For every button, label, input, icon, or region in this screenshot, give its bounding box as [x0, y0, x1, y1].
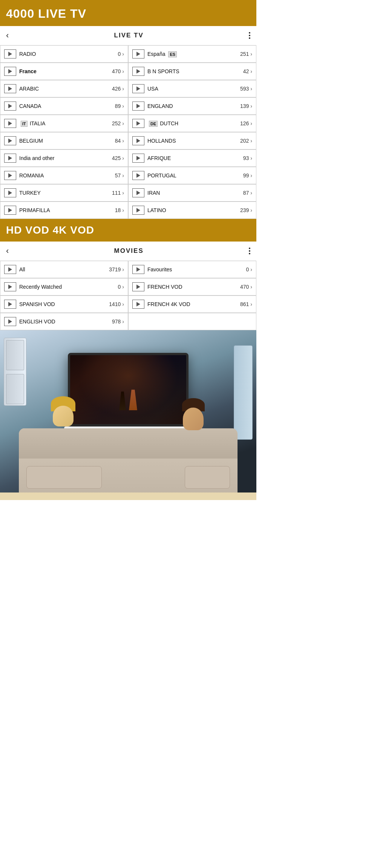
vod-count-label: 470 [240, 284, 249, 290]
channel-count-label: 42 [243, 68, 249, 74]
live-tv-channel-row[interactable]: ROMANIA57› [0, 167, 128, 184]
live-tv-channel-row[interactable]: B N SPORTS42› [128, 63, 256, 80]
channel-name-label: DE DUTCH [147, 120, 240, 126]
vod-nav-title: MOVIES [114, 247, 144, 255]
live-tv-channel-row[interactable]: ENGLAND139› [128, 97, 256, 115]
sofa-back [19, 428, 238, 459]
vod-category-name-label: All [19, 266, 109, 272]
app-title: 4000 LIVE TV [6, 7, 86, 20]
vod-category-name-label: ENGLISH VOD [19, 319, 112, 325]
channel-play-icon [4, 67, 16, 76]
play-triangle-icon [136, 191, 140, 195]
channel-play-icon [4, 206, 16, 215]
tv-scene [0, 330, 256, 500]
vod-nav-bar: ‹ MOVIES [0, 242, 256, 261]
live-tv-channel-row[interactable]: España ES251› [128, 45, 256, 63]
live-tv-channel-row[interactable]: ARABIC426› [0, 80, 128, 97]
channel-play-icon [132, 84, 144, 93]
live-tv-channel-row[interactable]: HOLLANDS202› [128, 132, 256, 149]
vod-play-icon [132, 300, 144, 309]
play-triangle-icon [136, 104, 140, 108]
vod-category-row[interactable]: ENGLISH VOD978› [0, 313, 128, 330]
live-tv-channel-row[interactable]: IT ITALIA252› [0, 115, 128, 132]
live-tv-channel-row[interactable]: IRAN87› [128, 184, 256, 202]
vod-back-button[interactable]: ‹ [6, 246, 9, 256]
channel-count-label: 593 [240, 86, 249, 92]
channel-count-label: 84 [115, 138, 121, 144]
vod-section-header: HD VOD 4K VOD [0, 219, 256, 242]
vod-section-title: HD VOD 4K VOD [6, 224, 94, 236]
chevron-right-icon: › [122, 172, 124, 179]
vod-category-name-label: FRENCH VOD [147, 284, 240, 290]
play-triangle-icon [8, 319, 12, 324]
vod-more-dot-2 [249, 250, 250, 252]
live-tv-channel-row[interactable]: CANADA89› [0, 97, 128, 115]
channel-count-label: 239 [240, 207, 249, 213]
vod-category-row[interactable]: Favourites0› [128, 261, 256, 278]
fridge-door-bottom [6, 374, 24, 404]
live-tv-channel-row[interactable]: RADIO0› [0, 45, 128, 63]
live-tv-channel-row[interactable]: PRIMAFILLA18› [0, 202, 128, 219]
channel-play-icon [4, 136, 16, 145]
chevron-right-icon: › [122, 138, 124, 144]
chevron-right-icon: › [250, 86, 252, 92]
movie-figures [119, 389, 137, 410]
live-tv-nav-bar: ‹ LIVE TV [0, 26, 256, 45]
chevron-right-icon: › [250, 172, 252, 179]
channel-count-label: 99 [243, 172, 249, 179]
play-triangle-icon [8, 52, 12, 56]
play-triangle-icon [8, 267, 12, 272]
channel-name-label: ENGLAND [147, 103, 240, 109]
chevron-right-icon: › [122, 86, 124, 92]
chevron-right-icon: › [250, 120, 252, 126]
channel-count-label: 57 [115, 172, 121, 179]
chevron-right-icon: › [250, 190, 252, 196]
chevron-right-icon: › [122, 190, 124, 196]
channel-name-label: HOLLANDS [147, 138, 240, 144]
live-tv-channel-row[interactable]: India and other425› [0, 149, 128, 167]
play-triangle-icon [136, 121, 140, 126]
live-tv-channel-row[interactable]: USA593› [128, 80, 256, 97]
tv-image-section [0, 330, 256, 500]
play-triangle-icon [8, 121, 12, 126]
chevron-right-icon: › [250, 138, 252, 144]
live-tv-channel-row[interactable]: France470› [0, 63, 128, 80]
play-triangle-icon [8, 104, 12, 108]
live-tv-back-button[interactable]: ‹ [6, 31, 9, 40]
vod-category-row[interactable]: FRENCH 4K VOD861› [128, 295, 256, 313]
live-tv-channel-row[interactable]: PORTUGAL99› [128, 167, 256, 184]
channel-play-icon [4, 154, 16, 163]
live-tv-channel-row[interactable]: BELGIUM84› [0, 132, 128, 149]
person-right-head [183, 408, 204, 430]
live-tv-channel-row[interactable]: TURKEY111› [0, 184, 128, 202]
channel-name-label: France [19, 68, 112, 74]
vod-category-row[interactable]: FRENCH VOD470› [128, 278, 256, 295]
channel-play-icon [132, 102, 144, 111]
channel-play-icon [4, 119, 16, 128]
live-tv-more-button[interactable] [249, 32, 250, 39]
live-tv-channel-row[interactable]: LATINO239› [128, 202, 256, 219]
channel-play-icon [132, 49, 144, 58]
vod-category-row[interactable]: SPANISH VOD1410› [0, 295, 128, 313]
vod-category-row[interactable]: Recently Watched0› [0, 278, 128, 295]
channel-play-icon [4, 84, 16, 93]
play-triangle-icon [8, 139, 12, 143]
chevron-right-icon: › [122, 155, 124, 161]
channel-play-icon [132, 154, 144, 163]
play-triangle-icon [8, 86, 12, 91]
chevron-right-icon: › [122, 284, 124, 290]
channel-count-label: 87 [243, 190, 249, 196]
vod-more-button[interactable] [249, 248, 250, 254]
channel-name-label: USA [147, 86, 240, 92]
channel-count-label: 0 [118, 51, 121, 57]
channel-name-label: LATINO [147, 207, 240, 213]
vod-play-icon [4, 282, 16, 291]
channel-name-label: España ES [147, 51, 240, 57]
vod-category-row[interactable]: All3719› [0, 261, 128, 278]
chevron-right-icon: › [122, 301, 124, 307]
live-tv-channel-row[interactable]: DE DUTCH126› [128, 115, 256, 132]
channel-count-label: 202 [240, 138, 249, 144]
play-triangle-icon [8, 173, 12, 178]
live-tv-channel-row[interactable]: AFRIQUE93› [128, 149, 256, 167]
channel-count-label: 425 [112, 155, 121, 161]
